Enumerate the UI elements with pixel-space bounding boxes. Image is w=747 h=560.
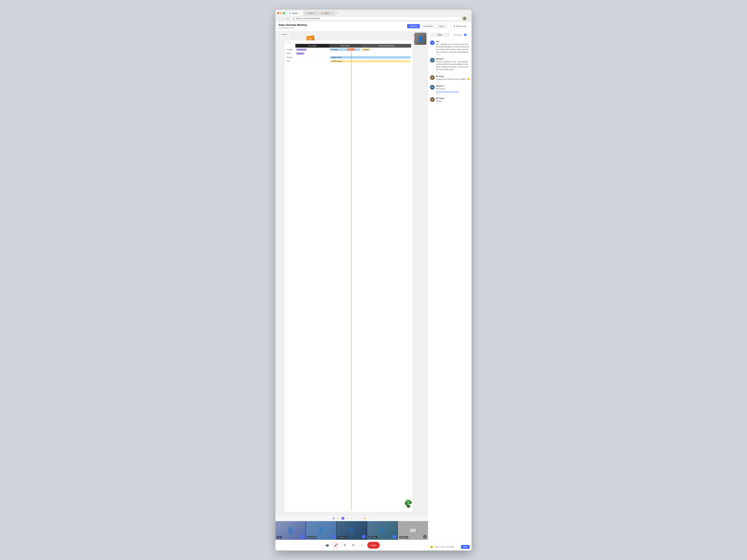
participant-name-you: You <box>277 536 282 538</box>
participants-row: 👤 You ··· 👤 Xiunze M 🎤 👤 Steven S <box>276 521 428 540</box>
row-ronaldo-col3: UI Design <box>361 48 411 52</box>
back-button[interactable]: ← <box>277 17 280 20</box>
participant-actions-you[interactable]: ··· <box>301 535 304 538</box>
msg-sender-5: Mc Flusy <box>436 97 470 99</box>
msg-avatar-mcflusy1: MF <box>430 75 435 80</box>
msg-content-3: Mc Flusy Anybody can share link from Fig… <box>436 75 470 83</box>
tab-nyocot[interactable]: 🌐 Nyocot ✕ <box>287 11 303 16</box>
msg-avatar-steven2: SS <box>430 85 435 89</box>
close-button[interactable] <box>277 12 279 14</box>
svg-point-6 <box>407 501 410 505</box>
chat-input[interactable] <box>434 546 460 548</box>
tool-circle[interactable]: ○ <box>358 517 361 520</box>
chat-input-area: 😊 Send <box>428 543 471 551</box>
participant-actions-xiunze[interactable]: 🎤 <box>331 535 335 538</box>
share-icon: ⬆ <box>454 25 455 27</box>
msg-text-1: Yes, I wanted to let everyone know that … <box>436 43 470 54</box>
leave-button[interactable]: Leave <box>367 542 380 549</box>
participant-tab[interactable]: Participant 6 <box>450 33 470 37</box>
maximize-button[interactable] <box>283 12 285 14</box>
msg-time-1: 05.25 <box>436 54 470 56</box>
message-5: MF Mc Flusy Thanks 05.29 <box>430 97 470 105</box>
participant-card-xiunze: 👤 Xiunze M 🎤 <box>306 521 336 540</box>
meeting-title-block: Daily Standup Meeting 14 December 2022 <box>279 24 404 29</box>
tool-pencil[interactable]: ✏ <box>336 516 340 520</box>
send-button[interactable]: Send <box>461 545 470 549</box>
bookmark-icon[interactable]: ☆ <box>458 18 459 20</box>
tab-close-figma[interactable]: ✕ <box>330 12 333 14</box>
tab-close-nyocot[interactable]: ✕ <box>299 12 301 14</box>
tool-expand[interactable]: ⛶ <box>368 517 371 520</box>
msg-content-5: Mc Flusy Thanks 05.29 <box>436 97 470 105</box>
row-pele-col1 <box>295 59 329 63</box>
meeting-tab-group: Meeting Document Figma <box>407 24 448 29</box>
url-bar[interactable]: 🔒 Nyocot.com/meet-HsdjASHd ☆ <box>291 17 461 20</box>
tab-meeting[interactable]: Meeting <box>407 24 420 28</box>
panel-tabs: Chat Participant 6 <box>428 31 471 38</box>
nyocot-favicon: 🌐 <box>289 12 291 14</box>
message-2: SS Steven S I have an update as well. I … <box>430 58 470 73</box>
msg-time-3: 05.29 <box>436 81 470 83</box>
browser-window: 🌐 Nyocot ✕ N Notion ✕ 🎨 Figma ✕ + ← <box>276 10 471 551</box>
col-this-month: This month <box>295 44 329 48</box>
participant-actions-steven[interactable]: ··· <box>362 535 365 538</box>
tab-figma[interactable]: 🎨 Figma ✕ <box>319 11 335 16</box>
participant-card-you: 👤 You ··· <box>276 521 306 540</box>
toolbar-indicator: 🖥 Boby F. <box>277 32 290 36</box>
video-toggle-button[interactable]: 📹 <box>324 542 331 549</box>
tab-figma[interactable]: Figma <box>436 24 447 28</box>
emoji-button[interactable]: 😊 <box>430 545 433 548</box>
forward-button[interactable]: → <box>282 17 285 20</box>
col-next-month: Next month <box>329 44 361 48</box>
tab-close-notion[interactable]: ✕ <box>315 12 317 14</box>
chrome-menu-icon[interactable]: ⋮ <box>468 17 470 20</box>
share-link-button[interactable]: ⬆ Share Link <box>451 24 468 29</box>
participant-actions-syaiful[interactable]: ··· <box>423 535 427 538</box>
row-ronaldo-col1: UX Research <box>295 48 329 52</box>
msg-content-2: Steven S I have an update as well. I jus… <box>436 58 470 73</box>
tool-cursor[interactable]: ↗ <box>350 516 353 520</box>
tool-text[interactable]: T <box>346 517 349 520</box>
msg-avatar-mcflusy2: MF <box>430 97 435 102</box>
row-name-pele: Pele <box>286 59 295 63</box>
settings-button[interactable]: ⚙ <box>350 542 357 549</box>
msg-text-3: Anybody can share link from Figjam? 😊 <box>436 78 470 81</box>
msg-link-4[interactable]: https://www.figma.com/file/60... <box>436 91 460 92</box>
participant-name-syaiful: Syaiful R <box>399 536 408 538</box>
new-tab-button[interactable]: + <box>335 11 338 16</box>
plant-svg: 〜 <box>405 499 412 509</box>
more-options-button[interactable]: ··· <box>359 542 365 549</box>
row-mbappe-col1 <box>295 55 329 59</box>
timeline-container: Timeline Milestone This <box>285 41 412 512</box>
tab-notion-label: Notion <box>308 12 314 14</box>
msg-text-2: I have an update as well. I just finishe… <box>436 60 470 71</box>
msg-text-5: Thanks <box>436 100 470 103</box>
mic-toggle-button[interactable]: 🎤 <box>332 542 339 549</box>
meeting-header: Daily Standup Meeting 14 December 2022 M… <box>276 22 471 31</box>
main-content: Daily Standup Meeting 14 December 2022 M… <box>276 22 471 551</box>
participant-actions-mcflusy[interactable]: ··· <box>392 535 396 538</box>
participant-tab-label: Participant <box>453 34 463 36</box>
msg-content-1: You Yes, I wanted to let everyone know t… <box>436 41 470 56</box>
row-messi-col2 <box>329 52 361 55</box>
tab-document[interactable]: Document <box>420 24 435 28</box>
reload-button[interactable]: ↻ <box>286 17 289 20</box>
minimize-button[interactable] <box>280 12 282 14</box>
screen-share-button[interactable]: 🖥 <box>341 542 348 549</box>
msg-avatar-steven1: SS <box>430 58 435 62</box>
tool-avatar <box>341 517 344 520</box>
chat-messages: Y You Yes, I wanted to let everyone know… <box>428 38 471 543</box>
meeting-title: Daily Standup Meeting <box>279 24 404 27</box>
notion-favicon: N <box>305 12 307 14</box>
chat-tab[interactable]: Chat <box>430 33 449 37</box>
tool-lock[interactable]: 🔒 <box>363 516 367 520</box>
tool-color-purple[interactable] <box>333 517 334 519</box>
milestone-line <box>351 50 352 510</box>
row-name-ronaldo: Ronaldo <box>286 48 295 52</box>
controls-bar: 📹 🎤 🖥 ⚙ ··· Leave <box>276 540 428 551</box>
timeline-header-row: This month Next month The month after th… <box>286 44 411 48</box>
msg-sender-2: Steven S <box>436 58 470 60</box>
chrome-user-avatar: 👤 <box>463 17 467 21</box>
tab-notion[interactable]: N Notion ✕ <box>304 11 319 16</box>
tool-rectangle[interactable]: □ <box>354 517 357 520</box>
